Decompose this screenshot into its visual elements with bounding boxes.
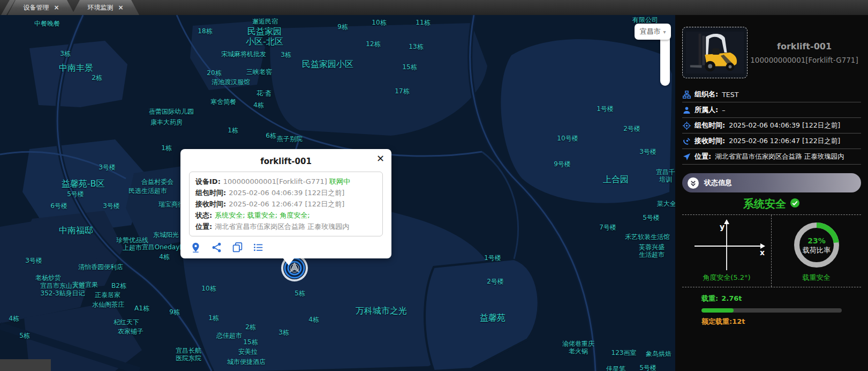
map-label: 1号楼 xyxy=(484,254,501,262)
device-info-row: 接收时间:2025-02-06 12:06:47 [122日之前] xyxy=(682,133,861,149)
map-label: 4栋 xyxy=(159,253,170,261)
map-label: 9栋 xyxy=(337,23,348,31)
system-status-label: 系统安全 xyxy=(743,197,786,211)
map-label: 花·斋 xyxy=(256,90,271,97)
map-label: 益馨苑 xyxy=(480,313,505,323)
map-label: 中餐晚餐 xyxy=(34,20,60,27)
map-label: 杞红天下 xyxy=(114,318,139,326)
map-label: 东城阳光 xyxy=(153,231,179,239)
map-label: 安美拉 xyxy=(238,348,258,355)
map-label: 渝佬巷重庆老火锅 xyxy=(562,340,594,355)
share-icon[interactable] xyxy=(211,242,222,253)
org-icon xyxy=(682,91,691,99)
tab-label: 环境监测 xyxy=(87,3,113,12)
map-label: 1栋 xyxy=(161,144,172,152)
map-label: A1栋 xyxy=(134,305,149,312)
map-label: 益馨苑-B区 xyxy=(62,179,105,189)
rated-load-value: 12t xyxy=(732,317,745,325)
chevron-down-icon: ▾ xyxy=(663,29,666,35)
person-icon xyxy=(682,106,691,114)
city-selector-label: 宜昌市 xyxy=(639,27,660,36)
check-icon xyxy=(790,198,800,210)
map-label: 2栋 xyxy=(92,74,102,81)
map-label: 1栋 xyxy=(208,314,219,322)
map-label: 宜昌市东山大道352-3贴身日记 xyxy=(40,282,85,298)
map-label: 蓓蕾国际幼儿园 xyxy=(149,108,194,115)
device-info-list: 组织名:TEST所属人:–组包时间:2025-02-06 04:06:39 [1… xyxy=(682,87,861,165)
map-label: 中南福邸 xyxy=(59,225,93,235)
map-label: 6栋 xyxy=(266,132,276,139)
device-id: 100000000001[Forklift-G771] xyxy=(748,56,861,64)
map-label: 三峡老窖 xyxy=(246,68,272,76)
map-label: 水仙阁茶庄 xyxy=(92,301,124,308)
map-label: 123画室 xyxy=(612,349,637,357)
map-label: 1号楼 xyxy=(597,105,614,113)
load-info: 载重:2.76t 额定载重:12t xyxy=(682,294,861,327)
main-area: 有限公司中餐晚餐邂逅民宿民益家园小区-北区18栋9栋10栋11栋3栋宋城麻将机批… xyxy=(0,15,868,371)
location-pin-icon[interactable] xyxy=(190,242,201,253)
map-label: 5号楼 xyxy=(639,364,656,371)
map-label: 2号楼 xyxy=(623,125,640,132)
map-label: 康丰大药房 xyxy=(150,118,183,126)
map-label: 宜昌长航医院东院 xyxy=(176,347,201,362)
map-label: 18栋 xyxy=(198,27,212,35)
map-label: 10栋 xyxy=(201,285,216,292)
popup-info-row: 位置:湖北省宜昌市伍家岗区合益路 正泰玫瑰园内 xyxy=(195,221,376,232)
close-icon[interactable]: ✕ xyxy=(376,154,384,164)
map-label: 恋佳超市 xyxy=(216,332,242,339)
map-label: 佳星笔 xyxy=(606,365,625,371)
map-label: 象岛烘焙 xyxy=(646,350,671,358)
map-label: 3号楼 xyxy=(639,148,656,155)
status-section-header[interactable]: 状态信息 xyxy=(682,173,861,192)
map-canvas[interactable]: 有限公司中餐晚餐邂逅民宿民益家园小区-北区18栋9栋10栋11栋3栋宋城麻将机批… xyxy=(0,15,675,371)
load-percent-value: 23% xyxy=(807,236,826,245)
map-label: 5号楼 xyxy=(67,190,84,198)
copy-icon[interactable] xyxy=(232,242,243,253)
map-label: B2栋 xyxy=(111,282,126,290)
map-label: 3栋 xyxy=(281,51,291,58)
app-window: 设备管理 × 环境监测 × xyxy=(0,0,868,371)
angle-chart: y x 角度安全(5.2°) xyxy=(682,215,772,287)
map-label: 清怡香园便利店 xyxy=(78,263,123,271)
y-axis-label: y xyxy=(720,222,724,231)
device-info-row: 组织名:TEST xyxy=(682,87,861,102)
map-label: 5栋 xyxy=(295,290,305,297)
x-axis-label: x xyxy=(760,248,765,257)
close-icon[interactable]: × xyxy=(118,4,123,11)
tab-bar: 设备管理 × 环境监测 × xyxy=(0,0,868,15)
status-charts: y x 角度安全(5.2°) 23% 载荷比率 载重 xyxy=(682,214,861,287)
popup-title: forklift-001 xyxy=(189,157,383,166)
current-load-value: 2.76t xyxy=(721,294,742,302)
current-load: 载重:2.76t xyxy=(701,294,861,303)
map-label: 芙蓉兴盛生活超市 xyxy=(639,243,665,259)
map-label: 中南丰景 xyxy=(59,63,93,73)
load-status-label: 载重安全 xyxy=(803,273,831,283)
map-label: 合益村委会 xyxy=(141,178,173,186)
load-progress-fill xyxy=(701,308,734,313)
nav-icon xyxy=(682,153,691,161)
map-label: 有限公司 xyxy=(632,16,658,24)
forklift-photo xyxy=(686,31,744,75)
device-meta: forklift-001 100000000001[Forklift-G771] xyxy=(748,41,861,64)
city-selector-dropdown[interactable]: 宜昌市 ▾ xyxy=(635,24,671,40)
status-section-title: 状态信息 xyxy=(704,178,732,188)
popup-info-row: 组包时间:2025-02-06 04:06:39 [122日之前] xyxy=(195,187,376,198)
device-info-row: 组包时间:2025-02-06 04:06:39 [122日之前] xyxy=(682,118,861,133)
popup-info-box: 设备ID:100000000001[Forklift-G771] 联网中组包时间… xyxy=(189,172,383,236)
map-label: 清池渡汉服馆 xyxy=(212,78,250,86)
map-label: 3号楼 xyxy=(99,164,116,171)
list-icon[interactable] xyxy=(253,242,264,253)
popup-action-bar xyxy=(190,242,382,253)
tab-environment-monitoring[interactable]: 环境监测 × xyxy=(72,0,139,15)
tab-device-management[interactable]: 设备管理 × xyxy=(7,0,75,15)
map-label: 城市便捷酒店 xyxy=(227,358,266,366)
map-label: 4栋 xyxy=(9,315,19,322)
close-icon[interactable]: × xyxy=(54,4,59,11)
angle-status-label: 角度安全(5.2°) xyxy=(703,273,750,283)
load-ratio-chart: 23% 载荷比率 载重安全 xyxy=(772,215,861,287)
map-label: 17栋 xyxy=(395,87,409,95)
map-label: 民选生活超市 xyxy=(129,187,167,195)
map-label: 民益家园小区-北区 xyxy=(246,26,283,47)
load-ratio-label: 载荷比率 xyxy=(803,246,831,254)
map-label: 万科城市之光 xyxy=(356,306,407,316)
